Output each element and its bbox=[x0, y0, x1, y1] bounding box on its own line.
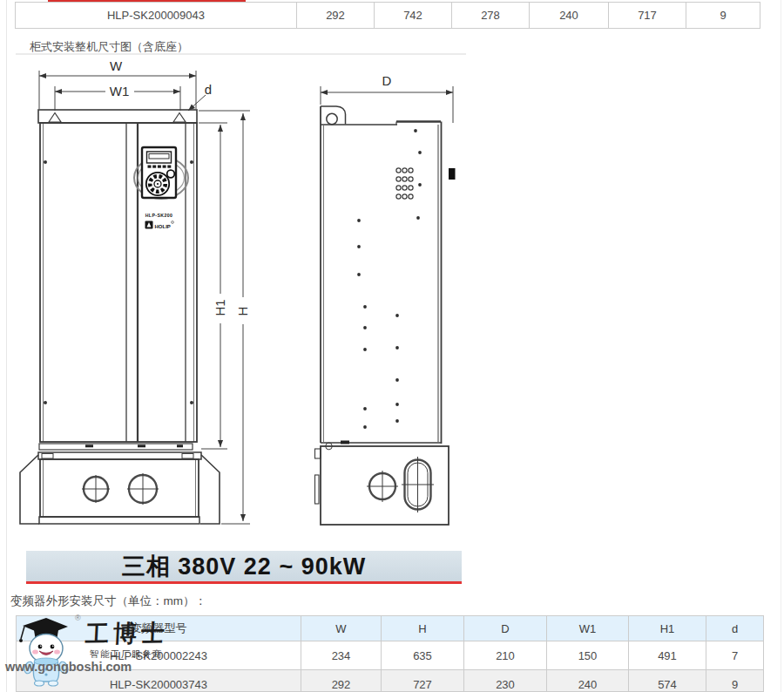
holip-logo: HOLIP bbox=[145, 221, 174, 229]
header-w1: W1 bbox=[546, 616, 628, 641]
front-view-dimensions bbox=[39, 71, 250, 524]
side-view-drawing: D bbox=[315, 73, 456, 525]
side-view-dimensions bbox=[321, 86, 453, 123]
watermark-brand-name: 工博士 bbox=[84, 617, 170, 650]
front-view-drawing: W W1 d H1 H bbox=[20, 58, 250, 524]
svg-text:HOLIP: HOLIP bbox=[155, 224, 171, 229]
keypad-model-label: HLP-SK200 bbox=[145, 213, 173, 218]
screw-dots bbox=[357, 129, 422, 429]
dim-label-h1: H1 bbox=[213, 299, 227, 315]
h-cell: 635 bbox=[381, 641, 463, 669]
h-cell: 727 bbox=[381, 670, 463, 692]
spec-page: HLP-SK200009043 292 742 278 240 717 9 柜式… bbox=[0, 0, 784, 692]
d-cell: 230 bbox=[463, 670, 546, 692]
w1-cell: 150 bbox=[546, 641, 628, 669]
dia-cell: 9 bbox=[706, 670, 763, 692]
watermark-slogan: 智能工厂服务商 bbox=[90, 648, 163, 661]
header-d: D bbox=[463, 616, 546, 641]
keypad-panel: HLP-SK200 HOLIP bbox=[134, 147, 188, 229]
power-range-banner: 三相 380V 22 ~ 90kW bbox=[26, 551, 462, 584]
side-view-body bbox=[321, 106, 456, 444]
w-cell: 292 bbox=[301, 670, 381, 692]
header-dia: d bbox=[706, 616, 763, 641]
vent-holes bbox=[396, 168, 413, 199]
registered-mark: ® bbox=[75, 614, 81, 622]
power-range-text: 三相 380V 22 ~ 90kW bbox=[122, 551, 366, 582]
watermark-url: www.gongboshi.com bbox=[5, 660, 132, 674]
header-h1: H1 bbox=[628, 616, 706, 641]
w-cell: 234 bbox=[301, 641, 381, 669]
dia-cell: 7 bbox=[706, 641, 763, 669]
front-view-base bbox=[20, 444, 220, 524]
w1-cell: 240 bbox=[546, 670, 628, 692]
dim-label-h: H bbox=[235, 307, 250, 316]
dim-label-w: W bbox=[110, 58, 123, 73]
header-h: H bbox=[381, 616, 463, 641]
dim-label-w1: W1 bbox=[110, 84, 130, 98]
header-w: W bbox=[301, 616, 381, 641]
gongboshi-mascot-icon bbox=[7, 612, 84, 689]
h1-cell: 574 bbox=[628, 670, 706, 692]
gongboshi-watermark: ® 工博士 智能工厂服务商 www.gongboshi.com bbox=[3, 608, 221, 692]
dimension-drawing: W W1 d H1 H bbox=[0, 0, 784, 551]
h1-cell: 491 bbox=[628, 641, 706, 669]
dimension-caption: 变频器外形安装尺寸（单位：mm）： bbox=[10, 594, 206, 609]
dim-label-depth: D bbox=[382, 73, 392, 88]
side-view-base bbox=[315, 443, 449, 525]
d-cell: 210 bbox=[463, 641, 546, 669]
dim-label-d: d bbox=[205, 82, 212, 97]
